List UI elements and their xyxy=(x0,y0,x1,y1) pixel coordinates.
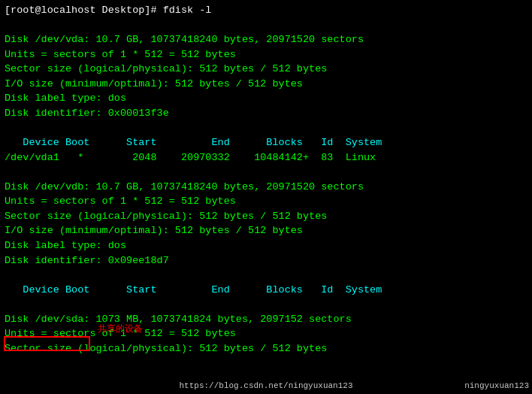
blank-line-2 xyxy=(5,121,527,136)
sda-sector-size: Sector size (logical/physical): 512 byte… xyxy=(5,341,527,356)
vdb-sector-size: Sector size (logical/physical): 512 byte… xyxy=(5,209,527,224)
vdb-units: Units = sectors of 1 * 512 = 512 bytes xyxy=(5,194,527,209)
vda-label-type: Disk label type: dos xyxy=(5,91,527,106)
vdb-info-1: Disk /dev/vdb: 10.7 GB, 10737418240 byte… xyxy=(5,180,527,195)
blank-line-3 xyxy=(5,165,527,180)
shared-device-label: 共享的设备 xyxy=(98,323,143,336)
url-bar: https://blog.csdn.net/ningyuxuan123 xyxy=(179,380,352,392)
vda-sector-size: Sector size (logical/physical): 512 byte… xyxy=(5,62,527,77)
blank-line-5 xyxy=(5,297,527,312)
vdb-label-type: Disk label type: dos xyxy=(5,238,527,253)
watermark: ningyuxuan123 xyxy=(464,380,529,392)
vda-units: Units = sectors of 1 * 512 = 512 bytes xyxy=(5,47,527,62)
vdb-io-size: I/O size (minimum/optimal): 512 bytes / … xyxy=(5,223,527,238)
blank-line-4 xyxy=(5,268,527,283)
sda-info-1: Disk /dev/sda: 1073 MB, 1073741824 bytes… xyxy=(5,312,527,327)
vda-table-header: Device Boot Start End Blocks Id System xyxy=(5,135,527,150)
vda-identifier: Disk identifier: 0x00013f3e xyxy=(5,106,527,121)
vdb-table-header: Device Boot Start End Blocks Id System xyxy=(5,283,527,298)
blank-line-1 xyxy=(5,18,527,33)
prompt-line: [root@localhost Desktop]# fdisk -l xyxy=(5,3,527,18)
vda-info-1: Disk /dev/vda: 10.7 GB, 10737418240 byte… xyxy=(5,32,527,47)
vda1-row: /dev/vda1 * 2048 20970332 10484142+ 83 L… xyxy=(5,150,527,165)
vdb-identifier: Disk identifier: 0x09ee18d7 xyxy=(5,253,527,268)
vda-io-size: I/O size (minimum/optimal): 512 bytes / … xyxy=(5,77,527,92)
sda-units: Units = sectors of 1 * 512 = 512 bytes xyxy=(5,326,527,341)
terminal: [root@localhost Desktop]# fdisk -l Disk … xyxy=(0,0,532,394)
